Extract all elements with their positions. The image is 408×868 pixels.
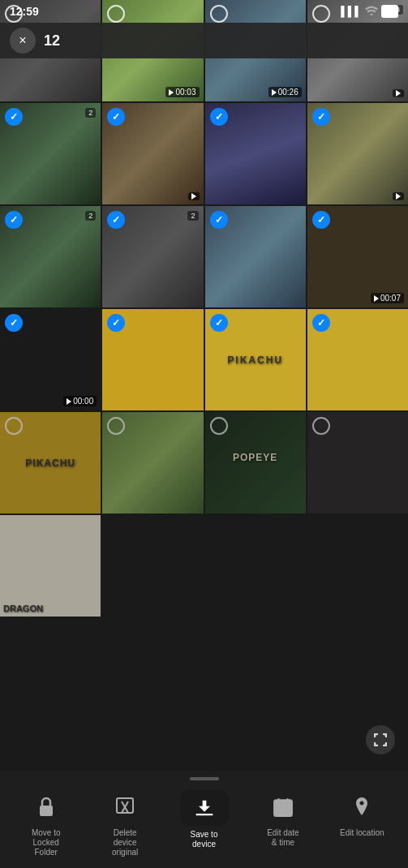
- toolbar-items: Move to Locked Folder Delete device orig…: [0, 780, 408, 868]
- select-circle-5[interactable]: [5, 108, 23, 126]
- status-time: 12:59: [10, 5, 39, 18]
- video-badge-2: 00:03: [165, 87, 199, 97]
- photo-cell-5[interactable]: 2: [0, 103, 101, 204]
- status-bar: 12:59 ▌▌▌ 77: [0, 0, 408, 23]
- photo-title-17: PIKACHU: [25, 458, 75, 469]
- photo-grid: 00:03 00:26 3 2: [0, 0, 408, 771]
- video-badge-6: [188, 192, 200, 200]
- download-icon-wrap: [180, 790, 229, 826]
- photo-cell-10[interactable]: 2: [102, 206, 203, 307]
- edit-date-label: Edit date & time: [267, 828, 298, 848]
- select-circle-15[interactable]: [210, 314, 228, 332]
- edit-date-button[interactable]: Edit date & time: [243, 790, 322, 848]
- photo-cell-17[interactable]: PIKACHU: [0, 412, 101, 513]
- photo-cell-14[interactable]: [102, 309, 203, 410]
- select-circle-12[interactable]: [312, 211, 330, 229]
- select-circle-10[interactable]: [107, 211, 125, 229]
- stack-badge-9: 2: [85, 211, 96, 221]
- photo-cell-12[interactable]: 00:07: [307, 206, 408, 307]
- select-circle-13[interactable]: [5, 314, 23, 332]
- photo-cell-20[interactable]: [307, 412, 408, 513]
- video-badge-4: [393, 89, 404, 97]
- selection-bar: × 12: [0, 23, 408, 58]
- stack-badge-5: 2: [85, 108, 96, 118]
- photo-cell-7[interactable]: [205, 103, 306, 204]
- location-icon-wrap: [345, 790, 379, 824]
- photo-cell-18[interactable]: [102, 412, 203, 513]
- delete-device-label: Delete device original: [112, 828, 138, 857]
- select-circle-19[interactable]: [210, 417, 228, 435]
- play-icon-12: [374, 295, 379, 302]
- video-badge-13: 00:00: [63, 396, 97, 406]
- photo-cell-13[interactable]: 00:00: [0, 309, 101, 410]
- photo-title-19: POPEYE: [233, 452, 277, 463]
- lock-icon-wrap: [29, 790, 63, 824]
- toolbar: Move to Locked Folder Delete device orig…: [0, 771, 408, 868]
- svg-rect-5: [195, 814, 213, 815]
- select-circle-17[interactable]: [5, 417, 23, 435]
- photo-cell-16[interactable]: [307, 309, 408, 410]
- stack-badge-10: 2: [187, 211, 198, 221]
- select-circle-9[interactable]: [5, 211, 23, 229]
- edit-location-label: Edit location: [340, 828, 384, 838]
- select-circle-7[interactable]: [210, 108, 228, 126]
- play-icon-2: [169, 89, 174, 96]
- select-circle-11[interactable]: [210, 211, 228, 229]
- expand-icon[interactable]: [366, 725, 395, 754]
- delete-icon-wrap: [108, 790, 142, 824]
- signal-icon: ▌▌▌: [341, 6, 362, 17]
- play-icon-13: [67, 398, 71, 405]
- photo-cell-15[interactable]: PIKACHU: [205, 309, 306, 410]
- photo-cell-9[interactable]: 2: [0, 206, 101, 307]
- svg-point-0: [370, 13, 372, 15]
- svg-rect-10: [277, 807, 280, 810]
- play-icon-4: [396, 90, 401, 97]
- play-icon-3: [272, 89, 277, 96]
- select-circle-14[interactable]: [107, 314, 125, 332]
- svg-rect-11: [282, 807, 285, 810]
- video-badge-8: [393, 192, 404, 200]
- photo-label-dragon: DRAGON: [3, 604, 43, 613]
- video-badge-12: 00:07: [371, 293, 404, 303]
- photo-title-15: PIKACHU: [227, 355, 283, 366]
- select-circle-16[interactable]: [312, 314, 330, 332]
- photo-cell-8[interactable]: [307, 103, 408, 204]
- select-circle-20[interactable]: [312, 417, 330, 435]
- photo-cell-19[interactable]: POPEYE: [205, 412, 306, 513]
- selection-count: 12: [44, 32, 60, 49]
- photo-cell-21[interactable]: DRAGON: [0, 515, 101, 617]
- select-circle-18[interactable]: [107, 417, 125, 435]
- edit-location-button[interactable]: Edit location: [323, 790, 402, 838]
- save-to-device-label: Save to device: [191, 830, 218, 849]
- select-circle-8[interactable]: [312, 108, 330, 126]
- battery-badge: 77: [381, 5, 398, 18]
- wifi-icon: [365, 6, 378, 18]
- select-circle-6[interactable]: [107, 108, 125, 126]
- photo-cell-11[interactable]: [205, 206, 306, 307]
- play-icon-6: [191, 193, 196, 200]
- move-to-locked-label: Move to Locked Folder: [32, 828, 61, 857]
- photo-cell-6[interactable]: [102, 103, 203, 204]
- status-icons: ▌▌▌ 77: [341, 5, 398, 18]
- svg-rect-1: [40, 806, 53, 816]
- move-to-locked-button[interactable]: Move to Locked Folder: [6, 790, 85, 857]
- close-selection-button[interactable]: ×: [10, 28, 36, 54]
- delete-device-button[interactable]: Delete device original: [85, 790, 164, 857]
- calendar-icon-wrap: [266, 790, 300, 824]
- save-to-device-button[interactable]: Save to device: [165, 790, 243, 849]
- play-icon-8: [396, 193, 401, 200]
- video-badge-3: 00:26: [268, 87, 302, 97]
